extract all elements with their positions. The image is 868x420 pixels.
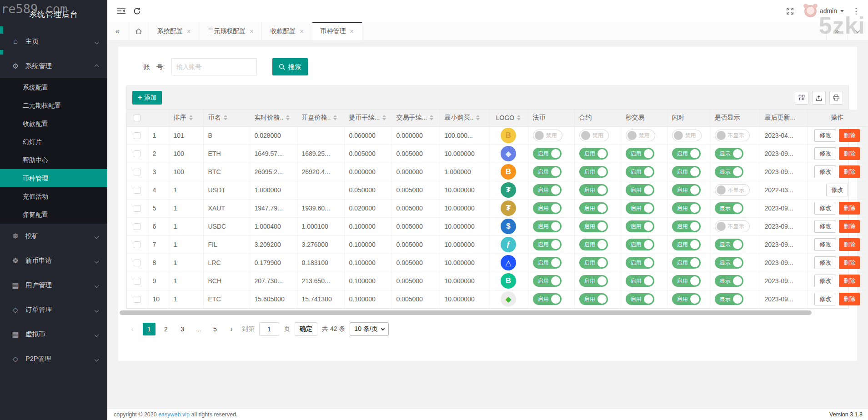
- visible-toggle[interactable]: 显示: [715, 239, 743, 250]
- row-checkbox[interactable]: [134, 296, 140, 303]
- visible-toggle[interactable]: 显示: [715, 202, 743, 214]
- edit-button[interactable]: 修改: [826, 184, 848, 196]
- tab-payment-config[interactable]: 收款配置×: [262, 22, 312, 40]
- close-icon[interactable]: ×: [250, 28, 253, 35]
- visible-toggle[interactable]: 显示: [715, 257, 743, 269]
- sidebar-item-user-management[interactable]: ▤用户管理: [0, 273, 107, 297]
- row-checkbox[interactable]: [134, 223, 140, 230]
- sidebar-item-new-coin-apply[interactable]: ☸新币申请: [0, 248, 107, 273]
- edit-button[interactable]: 修改: [814, 220, 836, 233]
- tab-home[interactable]: [128, 22, 149, 40]
- flash-toggle[interactable]: 启用: [672, 166, 701, 178]
- sort-icon[interactable]: [382, 115, 386, 120]
- seconds-toggle[interactable]: 启用: [626, 220, 654, 232]
- fiat-toggle[interactable]: 启用: [533, 220, 562, 232]
- sidebar-item-system-management[interactable]: ⚙系统管理: [0, 54, 107, 78]
- fullscreen-icon[interactable]: [783, 3, 798, 19]
- delete-button[interactable]: 删除: [839, 238, 860, 251]
- fiat-toggle[interactable]: 启用: [533, 257, 562, 269]
- export-button[interactable]: [812, 91, 826, 105]
- contract-toggle[interactable]: 启用: [579, 293, 608, 305]
- column-header-price[interactable]: 实时价格..: [250, 110, 297, 126]
- delete-button[interactable]: 删除: [839, 256, 860, 269]
- fiat-toggle[interactable]: 禁用: [533, 130, 562, 141]
- scrollbar-thumb[interactable]: [120, 310, 812, 315]
- row-checkbox[interactable]: [134, 150, 140, 157]
- flash-toggle[interactable]: 启用: [672, 257, 701, 269]
- visible-toggle[interactable]: 显示: [715, 293, 743, 305]
- edit-button[interactable]: 修改: [814, 202, 836, 215]
- sort-icon[interactable]: [517, 115, 521, 120]
- row-checkbox[interactable]: [134, 187, 140, 194]
- column-header-logo[interactable]: LOGO: [489, 110, 528, 126]
- column-header-withdraw_fee[interactable]: 提币手续...: [344, 110, 391, 126]
- sort-icon[interactable]: [476, 115, 480, 120]
- sidebar-item-payment-config[interactable]: 收款配置: [0, 115, 107, 133]
- sidebar-item-system-config[interactable]: 系统配置: [0, 78, 107, 96]
- flash-toggle[interactable]: 启用: [672, 275, 701, 287]
- sidebar-item-home[interactable]: ⌂主页: [0, 29, 107, 54]
- row-checkbox[interactable]: [134, 260, 140, 266]
- sidebar-item-help-center[interactable]: 帮助中心: [0, 151, 107, 169]
- delete-button[interactable]: 删除: [839, 293, 860, 305]
- edit-button[interactable]: 修改: [814, 275, 836, 287]
- flash-toggle[interactable]: 禁用: [672, 130, 702, 141]
- column-header-sort[interactable]: 排序: [169, 110, 203, 126]
- tab-binary-option-config[interactable]: 二元期权配置×: [199, 22, 262, 40]
- column-header-trade_fee[interactable]: 交易手续...: [391, 110, 440, 126]
- menu-collapse-icon[interactable]: [114, 3, 129, 19]
- account-input[interactable]: [171, 58, 257, 75]
- tab-system-config[interactable]: 系统配置×: [149, 22, 199, 40]
- seconds-toggle[interactable]: 启用: [626, 184, 654, 196]
- seconds-toggle[interactable]: 启用: [626, 275, 654, 287]
- edit-button[interactable]: 修改: [814, 129, 836, 142]
- close-icon[interactable]: ×: [350, 28, 354, 35]
- column-header-min_buy[interactable]: 最小购买..: [440, 110, 489, 126]
- page-button[interactable]: 2: [160, 323, 172, 335]
- sidebar-item-p2p-management[interactable]: ◇P2P管理: [0, 346, 107, 371]
- column-header-open_price[interactable]: 开盘价格..: [297, 110, 344, 126]
- visible-toggle[interactable]: 显示: [715, 275, 743, 287]
- edit-button[interactable]: 修改: [814, 256, 836, 269]
- easyweb-link[interactable]: easyweb.vip: [158, 411, 190, 418]
- row-checkbox[interactable]: [134, 169, 140, 175]
- flash-toggle[interactable]: 启用: [672, 293, 701, 305]
- visible-toggle[interactable]: 不显示: [715, 130, 750, 141]
- contract-toggle[interactable]: 启用: [579, 275, 608, 287]
- seconds-toggle[interactable]: 启用: [626, 202, 654, 214]
- seconds-toggle[interactable]: 启用: [626, 257, 654, 269]
- flash-toggle[interactable]: 启用: [672, 202, 701, 214]
- next-page-button[interactable]: ›: [226, 323, 237, 335]
- visible-toggle[interactable]: 不显示: [715, 184, 750, 196]
- tabs-scroll-left[interactable]: «: [107, 22, 128, 40]
- contract-toggle[interactable]: 启用: [579, 184, 608, 196]
- contract-toggle[interactable]: 启用: [579, 148, 608, 160]
- visible-toggle[interactable]: 不显示: [715, 220, 750, 232]
- flash-toggle[interactable]: 启用: [672, 220, 701, 232]
- delete-button[interactable]: 删除: [839, 220, 860, 233]
- print-button[interactable]: [829, 91, 843, 105]
- contract-toggle[interactable]: 启用: [579, 239, 608, 250]
- fiat-toggle[interactable]: 启用: [533, 184, 562, 196]
- seconds-toggle[interactable]: 启用: [626, 293, 654, 305]
- more-menu-icon[interactable]: ⋮: [850, 6, 862, 16]
- prev-page-button[interactable]: ‹: [126, 323, 138, 335]
- fiat-toggle[interactable]: 启用: [533, 275, 562, 287]
- sidebar-item-coin-management[interactable]: 币种管理: [0, 169, 107, 187]
- sidebar-item-order-management[interactable]: ◇订单管理: [0, 297, 107, 322]
- add-button[interactable]: + 添加: [132, 91, 162, 105]
- tabs-menu[interactable]: [847, 22, 868, 40]
- delete-button[interactable]: 删除: [839, 275, 860, 287]
- contract-toggle[interactable]: 启用: [579, 220, 608, 232]
- fiat-toggle[interactable]: 启用: [533, 202, 562, 214]
- columns-button[interactable]: [795, 91, 808, 105]
- column-header-coin[interactable]: 币名: [203, 110, 250, 126]
- search-button[interactable]: 搜索: [272, 58, 308, 75]
- user-menu[interactable]: admin: [804, 5, 844, 17]
- sort-icon[interactable]: [286, 115, 290, 120]
- contract-toggle[interactable]: 禁用: [579, 130, 609, 141]
- row-checkbox[interactable]: [134, 205, 140, 212]
- sidebar-item-mining[interactable]: ☸挖矿: [0, 224, 107, 248]
- sidebar-item-popup-config[interactable]: 弹窗配置: [0, 205, 107, 224]
- delete-button[interactable]: 删除: [839, 129, 860, 142]
